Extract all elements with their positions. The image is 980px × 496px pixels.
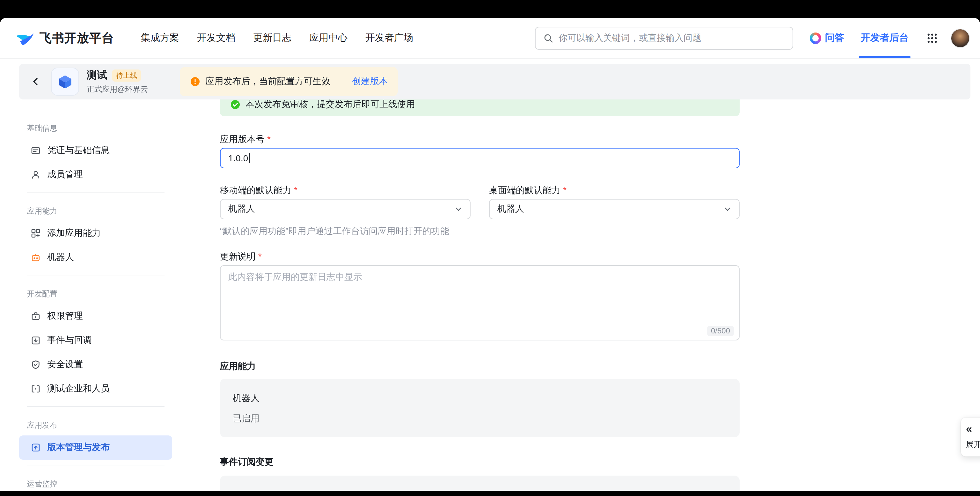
sidebar-section-ops-monitor: 运营监控 bbox=[19, 471, 172, 491]
sidebar-item-label: 成员管理 bbox=[47, 169, 83, 180]
desktop-capability-label: 桌面端的默认能力 * bbox=[489, 184, 740, 196]
event-callback-icon bbox=[30, 335, 41, 345]
sidebar-item-members[interactable]: 成员管理 bbox=[19, 162, 172, 187]
warning-icon bbox=[190, 76, 200, 87]
update-notes-textarea[interactable]: 此内容将于应用的更新日志中显示 0/500 bbox=[220, 265, 740, 340]
success-banner: 本次发布免审核，提交发布后即可上线使用 bbox=[220, 99, 740, 116]
sidebar-divider bbox=[27, 192, 164, 192]
sidebar: 基础信息 凭证与基础信息 成员管理 bbox=[19, 99, 172, 491]
desktop-capability-group: 桌面端的默认能力 * 机器人 bbox=[489, 184, 740, 219]
sidebar-item-security[interactable]: 安全设置 bbox=[19, 353, 172, 377]
sidebar-item-label: 机器人 bbox=[47, 252, 74, 263]
qa-ring-icon bbox=[810, 32, 821, 44]
sidebar-item-credentials[interactable]: 凭证与基础信息 bbox=[19, 138, 172, 162]
app-name: 测试 bbox=[87, 68, 107, 82]
main-area: 本次发布免审核，提交发布后即可上线使用 应用版本号 * 1.0.0 移动端的默 bbox=[172, 99, 980, 491]
security-icon bbox=[30, 359, 41, 370]
mobile-capability-group: 移动端的默认能力 * 机器人 bbox=[220, 184, 471, 219]
nav-links: 集成方案 开发文档 更新日志 应用中心 开发者广场 bbox=[141, 32, 413, 44]
sidebar-item-test-org[interactable]: 测试企业和人员 bbox=[19, 377, 172, 401]
search-placeholder: 你可以输入关键词，或直接输入问题 bbox=[558, 32, 702, 44]
select-value: 机器人 bbox=[497, 203, 524, 215]
sidebar-item-label: 测试企业和人员 bbox=[47, 383, 110, 395]
sidebar-divider bbox=[27, 406, 164, 407]
nav-link-dev-plaza[interactable]: 开发者广场 bbox=[365, 32, 413, 44]
app-header: 测试 待上线 正式应用@环界云 应用发布后，当前配置方可生效 创建版本 bbox=[19, 64, 970, 99]
desktop-capability-select[interactable]: 机器人 bbox=[489, 199, 740, 219]
capability-name: 机器人 bbox=[233, 391, 727, 404]
nav-link-app-center[interactable]: 应用中心 bbox=[309, 32, 347, 44]
sidebar-item-version-publish[interactable]: 版本管理与发布 bbox=[19, 436, 172, 459]
required-asterisk: * bbox=[267, 133, 270, 145]
sidebar-section-publish: 应用发布 bbox=[19, 412, 172, 436]
sidebar-item-add-capability[interactable]: 添加应用能力 bbox=[19, 221, 172, 245]
publish-form: 本次发布免审核，提交发布后即可上线使用 应用版本号 * 1.0.0 移动端的默 bbox=[220, 99, 740, 491]
app-info: 测试 待上线 正式应用@环界云 bbox=[87, 68, 148, 95]
member-icon bbox=[30, 170, 41, 180]
qa-button[interactable]: 问答 bbox=[810, 32, 844, 44]
mobile-capability-label: 移动端的默认能力 * bbox=[220, 184, 471, 196]
label-text: 更新说明 bbox=[220, 250, 256, 263]
publish-notice-banner: 应用发布后，当前配置方可生效 创建版本 bbox=[180, 67, 398, 96]
label-text: 桌面端的默认能力 bbox=[489, 184, 560, 196]
create-version-link[interactable]: 创建版本 bbox=[352, 76, 388, 87]
add-capability-icon bbox=[30, 228, 41, 238]
sidebar-divider bbox=[27, 465, 164, 466]
sidebar-section-dev-config: 开发配置 bbox=[19, 280, 172, 304]
version-publish-icon bbox=[30, 442, 41, 453]
success-check-icon bbox=[230, 99, 240, 110]
feishu-logo[interactable]: 飞书开放平台 bbox=[15, 30, 114, 46]
sidebar-item-label: 事件与回调 bbox=[47, 335, 92, 346]
nav-link-integration[interactable]: 集成方案 bbox=[141, 32, 179, 44]
tab-developer-console[interactable]: 开发者后台 bbox=[861, 18, 908, 58]
chevron-down-icon bbox=[724, 205, 731, 213]
screen: 飞书开放平台 集成方案 开发文档 更新日志 应用中心 开发者广场 你可以输入关键… bbox=[0, 0, 980, 496]
sidebar-item-bot[interactable]: 机器人 bbox=[19, 245, 172, 270]
event-subscription-panel bbox=[220, 475, 740, 491]
sidebar-item-label: 添加应用能力 bbox=[47, 227, 101, 239]
sidebar-divider bbox=[27, 275, 164, 275]
sidebar-item-events-callback[interactable]: 事件与回调 bbox=[19, 328, 172, 353]
top-navbar: 飞书开放平台 集成方案 开发文档 更新日志 应用中心 开发者广场 你可以输入关键… bbox=[0, 18, 980, 59]
sidebar-section-basic: 基础信息 bbox=[19, 115, 172, 138]
id-card-icon bbox=[30, 145, 41, 156]
char-counter: 0/500 bbox=[707, 326, 734, 336]
version-label: 应用版本号 * bbox=[220, 133, 740, 145]
text-caret bbox=[249, 153, 250, 163]
expand-label: 展开 bbox=[966, 439, 980, 450]
qa-label: 问答 bbox=[825, 32, 844, 44]
notice-text: 应用发布后，当前配置方可生效 bbox=[205, 76, 330, 87]
event-subscription-title: 事件订阅变更 bbox=[220, 456, 740, 468]
back-button[interactable] bbox=[30, 76, 41, 87]
test-org-icon bbox=[30, 384, 41, 394]
sidebar-item-permissions[interactable]: 权限管理 bbox=[19, 304, 172, 328]
success-banner-text: 本次发布免审核，提交发布后即可上线使用 bbox=[245, 99, 415, 110]
permission-icon bbox=[30, 311, 41, 321]
update-notes-label: 更新说明 * bbox=[220, 250, 740, 263]
nav-link-docs[interactable]: 开发文档 bbox=[197, 32, 235, 44]
version-input[interactable]: 1.0.0 bbox=[220, 148, 740, 168]
navbar-right: 问答 开发者后台 bbox=[810, 18, 970, 58]
feishu-bird-icon bbox=[15, 30, 35, 46]
app-header-wrap: 测试 待上线 正式应用@环界云 应用发布后，当前配置方可生效 创建版本 bbox=[0, 59, 980, 99]
textarea-placeholder: 此内容将于应用的更新日志中显示 bbox=[228, 272, 362, 282]
search-icon bbox=[543, 33, 554, 43]
label-text: 移动端的默认能力 bbox=[220, 184, 291, 196]
status-badge: 待上线 bbox=[112, 69, 141, 81]
user-avatar[interactable] bbox=[951, 29, 970, 48]
app-capability-panel: 机器人 已启用 bbox=[220, 379, 740, 437]
app-cube-icon bbox=[51, 68, 79, 95]
apps-grid-icon[interactable] bbox=[926, 32, 938, 44]
double-chevron-left-icon: « bbox=[966, 424, 980, 434]
required-asterisk: * bbox=[294, 184, 298, 196]
mobile-capability-select[interactable]: 机器人 bbox=[220, 199, 471, 219]
search-input[interactable]: 你可以输入关键词，或直接输入问题 bbox=[535, 27, 793, 49]
required-asterisk: * bbox=[258, 250, 262, 263]
app-capability-title: 应用能力 bbox=[220, 361, 740, 372]
sidebar-section-capability: 应用能力 bbox=[19, 198, 172, 221]
capability-hint: “默认的应用功能”即用户通过工作台访问应用时打开的功能 bbox=[220, 226, 740, 237]
app-subtitle: 正式应用@环界云 bbox=[87, 84, 148, 95]
content-row: 基础信息 凭证与基础信息 成员管理 bbox=[0, 99, 980, 491]
expand-drawer-handle[interactable]: « 展开 bbox=[961, 418, 980, 456]
nav-link-changelog[interactable]: 更新日志 bbox=[253, 32, 291, 44]
